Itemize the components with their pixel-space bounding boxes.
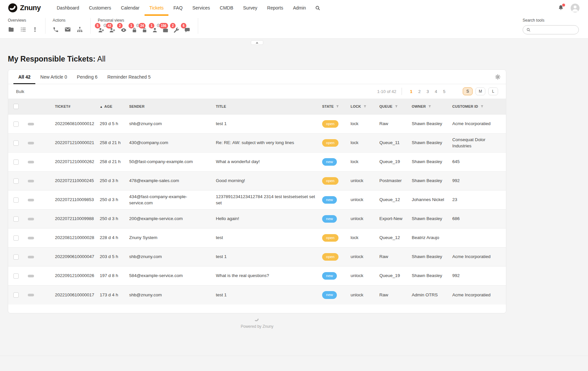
- filter-funnel-icon[interactable]: [336, 105, 339, 108]
- search-tools-input[interactable]: [533, 27, 575, 33]
- ticket-number-cell[interactable]: 2022091210000026: [52, 267, 96, 286]
- ticket-number-cell[interactable]: 2022072110009853: [52, 191, 96, 210]
- table-row[interactable]: 2022071210000021 258 d 21 h 430@company.…: [8, 134, 506, 153]
- size-large-button[interactable]: L: [488, 87, 498, 95]
- nav-item-survey[interactable]: Survey: [238, 0, 262, 16]
- service-tools-view[interactable]: 2: [173, 26, 180, 33]
- new-email-ticket-icon[interactable]: [64, 26, 71, 33]
- column-header-ticket[interactable]: TICKET#: [52, 99, 96, 115]
- table-row[interactable]: 2022081210000028 228 d 4 h Znuny System …: [8, 229, 506, 248]
- new-phone-ticket-icon[interactable]: [53, 27, 59, 33]
- responsible-tickets-view[interactable]: 5: [98, 26, 105, 33]
- column-header-state[interactable]: STATE: [319, 99, 347, 115]
- column-header-sender[interactable]: SENDER: [126, 99, 213, 115]
- state-badge: open: [322, 253, 338, 261]
- filter-funnel-icon[interactable]: [363, 105, 367, 108]
- age-cell: 293 d 5 h: [96, 115, 126, 134]
- notifications-bell-icon[interactable]: [558, 5, 564, 11]
- global-search-icon[interactable]: [311, 0, 324, 16]
- select-all-checkbox[interactable]: [13, 104, 19, 109]
- tab-pending[interactable]: Pending 6: [72, 70, 102, 84]
- queue-list-icon[interactable]: [20, 26, 26, 33]
- escalation-exclamation-icon[interactable]: [32, 26, 38, 33]
- row-checkbox[interactable]: [13, 178, 19, 184]
- ticket-number-cell[interactable]: 2022072110009988: [52, 210, 96, 229]
- nav-item-cmdb[interactable]: CMDB: [215, 0, 238, 16]
- table-row[interactable]: 2022060810000012 293 d 5 h shb@znuny.com…: [8, 115, 506, 134]
- nav-item-tickets[interactable]: Tickets: [145, 0, 169, 16]
- owner-cell: Shawn Beasley: [408, 153, 449, 172]
- page-footer: Powered by Znuny: [8, 313, 506, 329]
- size-small-button[interactable]: S: [463, 87, 473, 95]
- row-checkbox[interactable]: [13, 292, 19, 298]
- page-button-4[interactable]: 4: [432, 89, 440, 94]
- tab-new-article[interactable]: New Article 0: [35, 70, 72, 84]
- nav-item-services[interactable]: Services: [187, 0, 215, 16]
- ticket-number-cell[interactable]: 2022071210000021: [52, 134, 96, 153]
- nav-item-faq[interactable]: FAQ: [168, 0, 187, 16]
- ticket-number-cell[interactable]: 2022060810000012: [52, 115, 96, 134]
- table-row[interactable]: 2022072110009853 250 d 3 h 434@fast-comp…: [8, 191, 506, 210]
- column-header-queue[interactable]: QUEUE: [376, 99, 408, 115]
- search-tools-field[interactable]: [523, 25, 579, 34]
- new-process-ticket-sitemap-icon[interactable]: [77, 26, 83, 33]
- size-medium-button[interactable]: M: [476, 87, 485, 95]
- collapse-toolbar-button[interactable]: [251, 40, 263, 45]
- ticket-number-cell[interactable]: 2022090610000047: [52, 248, 96, 267]
- row-checkbox[interactable]: [13, 235, 19, 241]
- column-header-owner[interactable]: OWNER: [408, 99, 449, 115]
- bulk-action-label[interactable]: Bulk: [16, 89, 24, 94]
- owned-tickets-view[interactable]: 42: [109, 26, 116, 33]
- tab-all[interactable]: All 42: [13, 70, 35, 84]
- title-cell: What is the real questions?: [213, 267, 319, 286]
- page-button-5[interactable]: 5: [440, 89, 448, 94]
- nav-item-dashboard[interactable]: Dashboard: [52, 0, 84, 16]
- watched-tickets-view[interactable]: 2: [120, 26, 127, 33]
- row-checkbox[interactable]: [13, 254, 19, 260]
- locked-tickets-view[interactable]: 1: [131, 26, 137, 33]
- table-row[interactable]: 2022072110000245 250 d 3 h 478@example-s…: [8, 172, 506, 191]
- table-row[interactable]: 2022071210000262 258 d 21 h 50@fast-comp…: [8, 153, 506, 172]
- column-header-customer-id[interactable]: CUSTOMER ID: [449, 99, 505, 115]
- page-button-1[interactable]: 1: [407, 89, 415, 94]
- age-cell: 228 d 4 h: [96, 229, 126, 248]
- row-checkbox[interactable]: [13, 121, 19, 127]
- nav-item-reports[interactable]: Reports: [262, 0, 288, 16]
- chat-view[interactable]: 6: [184, 26, 191, 33]
- nav-item-customers[interactable]: Customers: [84, 0, 116, 16]
- tab-reminder-reached[interactable]: Reminder Reached 5: [102, 70, 155, 84]
- row-checkbox[interactable]: [13, 273, 19, 279]
- customer-id-cell: 992: [449, 267, 505, 286]
- all-tickets-view[interactable]: 156: [162, 26, 169, 33]
- ticket-number-cell[interactable]: 2022071210000262: [52, 153, 96, 172]
- row-checkbox[interactable]: [13, 140, 19, 146]
- znuny-logo[interactable]: Znuny: [8, 3, 41, 13]
- row-checkbox[interactable]: [13, 197, 19, 203]
- nav-item-calendar[interactable]: Calendar: [116, 0, 145, 16]
- filter-funnel-icon[interactable]: [428, 105, 431, 108]
- filter-funnel-icon[interactable]: [395, 105, 398, 108]
- table-row[interactable]: 2022090610000047 203 d 5 h shb@znuny.com…: [8, 248, 506, 267]
- column-header-title[interactable]: TITLE: [213, 99, 319, 115]
- ticket-number-cell[interactable]: 2022100610000017: [52, 286, 96, 305]
- nav-item-admin[interactable]: Admin: [288, 0, 311, 16]
- column-header-age[interactable]: ▲AGE: [96, 99, 126, 115]
- table-row[interactable]: 2022091210000026 197 d 8 h 584@example-s…: [8, 267, 506, 286]
- gear-icon[interactable]: [495, 74, 501, 80]
- page-button-2[interactable]: 2: [415, 89, 424, 94]
- table-row[interactable]: 2022100610000017 173 d 4 h shb@znuny.com…: [8, 286, 506, 305]
- bottom-divider: [0, 356, 588, 356]
- ticket-number-cell[interactable]: 2022081210000028: [52, 229, 96, 248]
- filter-funnel-icon[interactable]: [480, 105, 484, 108]
- user-avatar[interactable]: [571, 4, 579, 12]
- page-button-3[interactable]: 3: [424, 89, 432, 94]
- customer-id-cell: Consequat Dolor Industries: [449, 134, 505, 153]
- column-header-lock[interactable]: LOCK: [347, 99, 376, 115]
- table-row[interactable]: 2022072110009988 250 d 3 h 200@example-s…: [8, 210, 506, 229]
- row-checkbox[interactable]: [13, 159, 19, 165]
- ticket-number-cell[interactable]: 2022072110000245: [52, 172, 96, 191]
- unlocked-tickets-view[interactable]: 24: [142, 26, 147, 33]
- row-checkbox[interactable]: [13, 216, 19, 222]
- folder-overview-icon[interactable]: [8, 26, 14, 33]
- my-tickets-view[interactable]: 1: [152, 26, 158, 33]
